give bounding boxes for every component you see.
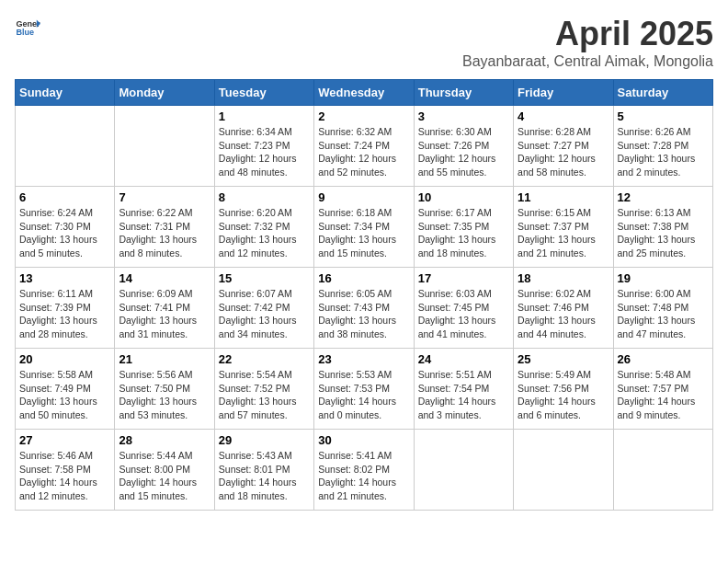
- day-number: 14: [119, 271, 210, 285]
- day-info: Sunrise: 6:24 AMSunset: 7:30 PMDaylight:…: [19, 206, 110, 260]
- day-info: Sunrise: 6:26 AMSunset: 7:28 PMDaylight:…: [618, 125, 709, 179]
- day-info: Sunrise: 5:46 AMSunset: 7:58 PMDaylight:…: [19, 449, 110, 503]
- calendar-week-5: 27Sunrise: 5:46 AMSunset: 7:58 PMDayligh…: [16, 430, 713, 511]
- day-info: Sunrise: 6:13 AMSunset: 7:38 PMDaylight:…: [618, 206, 709, 260]
- calendar-cell: 30Sunrise: 5:41 AMSunset: 8:02 PMDayligh…: [314, 430, 414, 511]
- day-number: 16: [318, 271, 409, 285]
- day-info: Sunrise: 6:32 AMSunset: 7:24 PMDaylight:…: [318, 125, 409, 179]
- calendar: SundayMondayTuesdayWednesdayThursdayFrid…: [15, 79, 713, 511]
- logo: General Blue: [15, 15, 40, 40]
- day-info: Sunrise: 5:41 AMSunset: 8:02 PMDaylight:…: [318, 449, 409, 503]
- day-info: Sunrise: 6:18 AMSunset: 7:34 PMDaylight:…: [318, 206, 409, 260]
- day-info: Sunrise: 6:28 AMSunset: 7:27 PMDaylight:…: [518, 125, 609, 179]
- title-area: April 2025 Bayanbaraat, Central Aimak, M…: [462, 15, 713, 70]
- day-number: 26: [618, 352, 709, 366]
- day-number: 27: [19, 433, 110, 447]
- calendar-cell: 25Sunrise: 5:49 AMSunset: 7:56 PMDayligh…: [514, 349, 613, 430]
- day-info: Sunrise: 5:56 AMSunset: 7:50 PMDaylight:…: [119, 368, 210, 422]
- day-number: 6: [19, 190, 110, 204]
- month-title: April 2025: [462, 15, 713, 53]
- day-info: Sunrise: 6:07 AMSunset: 7:42 PMDaylight:…: [219, 287, 310, 341]
- calendar-cell: 29Sunrise: 5:43 AMSunset: 8:01 PMDayligh…: [214, 430, 313, 511]
- day-info: Sunrise: 5:49 AMSunset: 7:56 PMDaylight:…: [518, 368, 609, 422]
- day-number: 7: [119, 190, 210, 204]
- calendar-cell: 3Sunrise: 6:30 AMSunset: 7:26 PMDaylight…: [414, 106, 513, 187]
- weekday-header-sunday: Sunday: [16, 80, 115, 106]
- calendar-week-3: 13Sunrise: 6:11 AMSunset: 7:39 PMDayligh…: [16, 268, 713, 349]
- calendar-cell: 10Sunrise: 6:17 AMSunset: 7:35 PMDayligh…: [414, 187, 513, 268]
- day-info: Sunrise: 6:34 AMSunset: 7:23 PMDaylight:…: [219, 125, 310, 179]
- day-number: 20: [19, 352, 110, 366]
- day-info: Sunrise: 5:44 AMSunset: 8:00 PMDaylight:…: [119, 449, 210, 503]
- day-number: 11: [518, 190, 609, 204]
- weekday-header-row: SundayMondayTuesdayWednesdayThursdayFrid…: [16, 80, 713, 106]
- calendar-cell: 27Sunrise: 5:46 AMSunset: 7:58 PMDayligh…: [16, 430, 115, 511]
- day-info: Sunrise: 6:00 AMSunset: 7:48 PMDaylight:…: [618, 287, 709, 341]
- calendar-cell: 5Sunrise: 6:26 AMSunset: 7:28 PMDaylight…: [613, 106, 712, 187]
- calendar-cell: 11Sunrise: 6:15 AMSunset: 7:37 PMDayligh…: [514, 187, 613, 268]
- weekday-header-thursday: Thursday: [414, 80, 513, 106]
- day-number: 19: [618, 271, 709, 285]
- calendar-cell: 13Sunrise: 6:11 AMSunset: 7:39 PMDayligh…: [16, 268, 115, 349]
- day-number: 15: [219, 271, 310, 285]
- day-number: 10: [418, 190, 509, 204]
- calendar-cell: 20Sunrise: 5:58 AMSunset: 7:49 PMDayligh…: [16, 349, 115, 430]
- calendar-cell: [613, 430, 712, 511]
- day-info: Sunrise: 6:15 AMSunset: 7:37 PMDaylight:…: [518, 206, 609, 260]
- calendar-cell: [16, 106, 115, 187]
- calendar-cell: 7Sunrise: 6:22 AMSunset: 7:31 PMDaylight…: [115, 187, 214, 268]
- calendar-week-1: 1Sunrise: 6:34 AMSunset: 7:23 PMDaylight…: [16, 106, 713, 187]
- day-number: 5: [618, 109, 709, 123]
- day-number: 23: [318, 352, 409, 366]
- logo-icon: General Blue: [15, 15, 40, 40]
- calendar-cell: 1Sunrise: 6:34 AMSunset: 7:23 PMDaylight…: [214, 106, 313, 187]
- header: General Blue April 2025 Bayanbaraat, Cen…: [15, 15, 713, 70]
- day-info: Sunrise: 6:09 AMSunset: 7:41 PMDaylight:…: [119, 287, 210, 341]
- day-number: 1: [219, 109, 310, 123]
- calendar-cell: 21Sunrise: 5:56 AMSunset: 7:50 PMDayligh…: [115, 349, 214, 430]
- day-info: Sunrise: 6:30 AMSunset: 7:26 PMDaylight:…: [418, 125, 509, 179]
- day-number: 29: [219, 433, 310, 447]
- day-number: 25: [518, 352, 609, 366]
- day-number: 3: [418, 109, 509, 123]
- calendar-cell: 19Sunrise: 6:00 AMSunset: 7:48 PMDayligh…: [613, 268, 712, 349]
- calendar-cell: 22Sunrise: 5:54 AMSunset: 7:52 PMDayligh…: [214, 349, 313, 430]
- day-info: Sunrise: 5:43 AMSunset: 8:01 PMDaylight:…: [219, 449, 310, 503]
- calendar-cell: 15Sunrise: 6:07 AMSunset: 7:42 PMDayligh…: [214, 268, 313, 349]
- day-number: 12: [618, 190, 709, 204]
- calendar-cell: 9Sunrise: 6:18 AMSunset: 7:34 PMDaylight…: [314, 187, 414, 268]
- calendar-cell: 17Sunrise: 6:03 AMSunset: 7:45 PMDayligh…: [414, 268, 513, 349]
- location-title: Bayanbaraat, Central Aimak, Mongolia: [462, 53, 713, 70]
- svg-text:Blue: Blue: [16, 28, 34, 37]
- calendar-cell: 24Sunrise: 5:51 AMSunset: 7:54 PMDayligh…: [414, 349, 513, 430]
- calendar-cell: 23Sunrise: 5:53 AMSunset: 7:53 PMDayligh…: [314, 349, 414, 430]
- calendar-week-4: 20Sunrise: 5:58 AMSunset: 7:49 PMDayligh…: [16, 349, 713, 430]
- day-info: Sunrise: 6:02 AMSunset: 7:46 PMDaylight:…: [518, 287, 609, 341]
- day-number: 9: [318, 190, 409, 204]
- day-info: Sunrise: 5:48 AMSunset: 7:57 PMDaylight:…: [618, 368, 709, 422]
- day-number: 21: [119, 352, 210, 366]
- day-info: Sunrise: 6:20 AMSunset: 7:32 PMDaylight:…: [219, 206, 310, 260]
- day-info: Sunrise: 6:11 AMSunset: 7:39 PMDaylight:…: [19, 287, 110, 341]
- calendar-cell: 4Sunrise: 6:28 AMSunset: 7:27 PMDaylight…: [514, 106, 613, 187]
- day-info: Sunrise: 5:53 AMSunset: 7:53 PMDaylight:…: [318, 368, 409, 422]
- day-number: 28: [119, 433, 210, 447]
- weekday-header-monday: Monday: [115, 80, 214, 106]
- calendar-cell: [514, 430, 613, 511]
- calendar-cell: 6Sunrise: 6:24 AMSunset: 7:30 PMDaylight…: [16, 187, 115, 268]
- calendar-cell: 8Sunrise: 6:20 AMSunset: 7:32 PMDaylight…: [214, 187, 313, 268]
- day-number: 30: [318, 433, 409, 447]
- day-number: 4: [518, 109, 609, 123]
- calendar-cell: [414, 430, 513, 511]
- weekday-header-friday: Friday: [514, 80, 613, 106]
- calendar-cell: 12Sunrise: 6:13 AMSunset: 7:38 PMDayligh…: [613, 187, 712, 268]
- day-info: Sunrise: 6:17 AMSunset: 7:35 PMDaylight:…: [418, 206, 509, 260]
- weekday-header-saturday: Saturday: [613, 80, 712, 106]
- day-info: Sunrise: 5:51 AMSunset: 7:54 PMDaylight:…: [418, 368, 509, 422]
- calendar-cell: [115, 106, 214, 187]
- day-number: 13: [19, 271, 110, 285]
- calendar-cell: 28Sunrise: 5:44 AMSunset: 8:00 PMDayligh…: [115, 430, 214, 511]
- calendar-cell: 26Sunrise: 5:48 AMSunset: 7:57 PMDayligh…: [613, 349, 712, 430]
- weekday-header-tuesday: Tuesday: [214, 80, 313, 106]
- calendar-week-2: 6Sunrise: 6:24 AMSunset: 7:30 PMDaylight…: [16, 187, 713, 268]
